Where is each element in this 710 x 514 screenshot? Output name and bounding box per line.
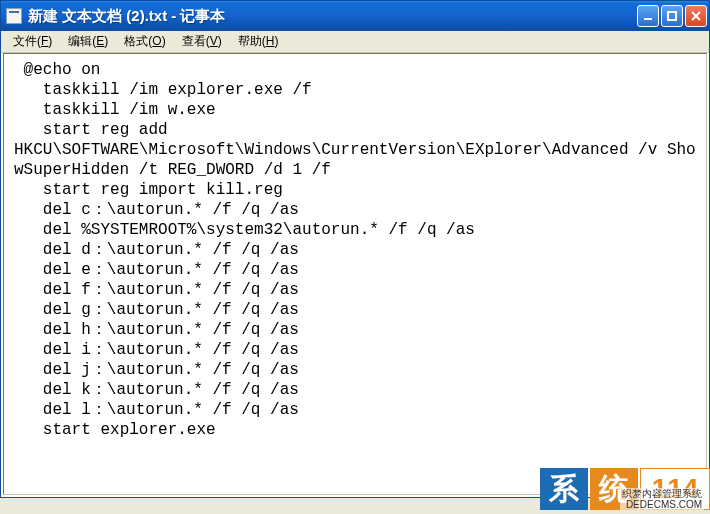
menu-edit-hotkey: E [96,34,104,48]
svg-rect-1 [668,12,676,20]
minimize-icon [642,10,654,22]
menu-view[interactable]: 查看(V) [174,31,230,52]
maximize-button[interactable] [661,5,683,27]
watermark-box-1: 系 [540,468,588,510]
window-buttons [637,5,707,27]
notepad-window: 新建 文本文档 (2).txt - 记事本 文件(F) 编辑(E) 格式(O) … [0,0,710,498]
notepad-icon [6,8,22,24]
menubar: 文件(F) 编辑(E) 格式(O) 查看(V) 帮助(H) [1,31,709,53]
menu-help[interactable]: 帮助(H) [230,31,287,52]
text-area[interactable]: @echo on taskkill /im explorer.exe /f ta… [3,53,707,495]
menu-view-label: 查看 [182,34,206,48]
menu-format[interactable]: 格式(O) [116,31,173,52]
menu-file[interactable]: 文件(F) [5,31,60,52]
titlebar[interactable]: 新建 文本文档 (2).txt - 记事本 [1,1,709,31]
watermark: 系 统 114 织梦内容管理系统 DEDECMS.COM [540,468,710,510]
close-icon [690,10,702,22]
svg-rect-0 [644,18,652,20]
window-title: 新建 文本文档 (2).txt - 记事本 [28,7,637,26]
menu-view-hotkey: V [210,34,218,48]
watermark-credit: 织梦内容管理系统 DEDECMS.COM [620,488,704,510]
menu-file-hotkey: F [41,34,48,48]
minimize-button[interactable] [637,5,659,27]
menu-file-label: 文件 [13,34,37,48]
watermark-credit-line2: DEDECMS.COM [626,499,702,510]
menu-format-hotkey: O [152,34,161,48]
menu-edit-label: 编辑 [68,34,92,48]
menu-format-label: 格式 [124,34,148,48]
menu-help-hotkey: H [266,34,275,48]
watermark-credit-line1: 织梦内容管理系统 [622,488,702,499]
maximize-icon [666,10,678,22]
menu-edit[interactable]: 编辑(E) [60,31,116,52]
close-button[interactable] [685,5,707,27]
menu-help-label: 帮助 [238,34,262,48]
